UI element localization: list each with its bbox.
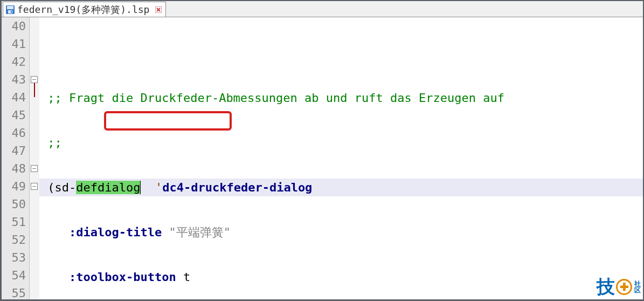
svg-rect-3 — [11, 11, 12, 13]
line-number-gutter: 40414243444546474849505152535455 — [2, 17, 30, 299]
line-number: 47 — [5, 142, 26, 160]
line-number: 43 — [5, 71, 26, 88]
line-number: 55 — [5, 284, 26, 301]
watermark-logo: 技 ✚ 社 区 — [597, 275, 641, 299]
line-number: 41 — [5, 35, 26, 53]
line-number: 52 — [5, 231, 26, 249]
line-number: 40 — [5, 17, 26, 35]
code-line: :toolbox-button t — [39, 268, 643, 286]
svg-rect-1 — [7, 6, 13, 9]
line-number: 50 — [5, 195, 26, 213]
disk-icon — [5, 5, 15, 15]
line-number: 53 — [5, 249, 26, 266]
tab-bar: federn_v19(多种弹簧).lsp — [2, 1, 643, 17]
code-line — [39, 44, 643, 62]
fold-box-icon[interactable] — [31, 76, 38, 83]
code-line: ;; Fragt die Druckfeder-Abmessungen ab u… — [39, 89, 643, 107]
line-number: 46 — [5, 124, 26, 142]
close-icon[interactable] — [155, 6, 162, 13]
line-number: 48 — [5, 160, 26, 177]
code-editor[interactable]: 40414243444546474849505152535455 ;; Frag… — [2, 17, 643, 299]
code-line: :dialog-title "平端弹簧" — [39, 223, 643, 241]
file-tab[interactable]: federn_v19(多种弹簧).lsp — [3, 2, 166, 17]
code-area[interactable]: ;; Fragt die Druckfeder-Abmessungen ab u… — [39, 17, 643, 299]
code-line: ;; — [39, 134, 643, 152]
plus-circle-icon: ✚ — [616, 279, 632, 295]
line-number: 42 — [5, 53, 26, 71]
line-number: 49 — [5, 177, 26, 195]
fold-margin[interactable] — [30, 17, 39, 299]
code-line: (sd-defdialog 'dc4-druckfeder-dialog — [39, 179, 643, 196]
fold-box-icon[interactable] — [31, 183, 38, 190]
tab-filename: federn_v19(多种弹簧).lsp — [17, 3, 149, 16]
line-number: 44 — [5, 88, 26, 106]
line-number: 45 — [5, 106, 26, 124]
fold-box-icon[interactable] — [31, 165, 38, 172]
line-number: 54 — [5, 266, 26, 284]
line-number: 51 — [5, 213, 26, 231]
